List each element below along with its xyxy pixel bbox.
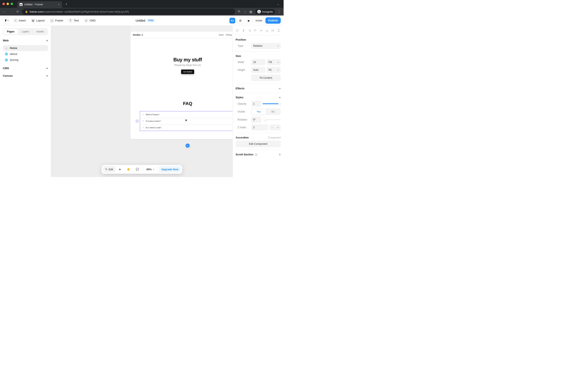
nav-reload-icon[interactable]: ⟳ [16, 10, 20, 14]
width-value-input[interactable]: 1fr [251, 59, 265, 65]
document-title[interactable]: Untitled FREE [136, 19, 155, 22]
panel-icon[interactable]: ▣ [249, 10, 252, 14]
zindex-increment[interactable]: + [275, 125, 281, 131]
frame-button[interactable]: ▢Frame [48, 17, 65, 24]
align-right-icon[interactable] [247, 29, 251, 33]
web-section-header[interactable]: Web + [3, 38, 48, 43]
align-center-v-icon[interactable] [259, 29, 263, 33]
rotation-slider[interactable] [264, 119, 281, 120]
site-logo[interactable]: Moodjoy :-) [133, 34, 143, 36]
tab-layers[interactable]: Layers [18, 29, 33, 34]
zindex-input[interactable]: 2 [251, 124, 268, 131]
comment-tool[interactable]: 💬 [133, 166, 141, 173]
effects-section-title[interactable]: Effects + [236, 87, 281, 90]
rotation-input[interactable]: 0° [251, 117, 261, 123]
visible-yes[interactable]: Yes [251, 109, 266, 115]
url-input[interactable]: 🔒 framer.com/projects/Untitled--mZ98oDWa… [22, 8, 235, 15]
tab-list-chevron[interactable]: ⌄ [277, 2, 279, 6]
zindex-decrement[interactable]: − [269, 125, 275, 131]
add-section-fab[interactable]: + [186, 143, 190, 148]
align-top-icon[interactable] [253, 29, 257, 33]
artboard-desktop[interactable]: Moodjoy :-) About Pricing Signup Buy my … [130, 31, 233, 139]
opacity-slider[interactable] [263, 103, 281, 104]
nav-about[interactable]: About [219, 34, 224, 36]
edit-mode-button[interactable]: ✎Edit [103, 166, 116, 173]
distribute-h-icon[interactable] [271, 29, 275, 33]
height-mode-select[interactable]: Fit▾ [267, 67, 281, 73]
nav-forward-icon[interactable]: → [9, 10, 13, 13]
scroll-section-title[interactable]: Scroll Sectioni + [236, 153, 281, 156]
app-topbar: ▾ ＋Insert ▦Layout ▢Frame TText ≡CMS Unti… [0, 16, 284, 26]
tab-assets[interactable]: Assets [33, 29, 47, 34]
add-style-icon[interactable]: + [279, 96, 281, 99]
distribute-v-icon[interactable] [277, 29, 281, 33]
insert-button[interactable]: ＋Insert [12, 17, 27, 24]
visible-no[interactable]: No [266, 109, 281, 115]
browser-tab[interactable]: ◆ Untitled – Framer × [17, 1, 62, 8]
fit-content-button[interactable]: Fit Content [251, 75, 281, 81]
canvas-section-header[interactable]: Canvas + [3, 73, 48, 78]
hero-section[interactable]: Buy my stuff Please buy things from me G… [130, 39, 233, 99]
incognito-badge[interactable]: ◎ Incognito [255, 9, 275, 14]
chevron-down-icon: ▾ [153, 168, 154, 170]
nav-back-icon[interactable]: ← [2, 10, 7, 13]
opacity-input[interactable]: 1 [251, 101, 261, 107]
hand-icon: ✋ [127, 168, 130, 171]
breakpoint-bar[interactable] [130, 26, 233, 31]
toolbar-separator [143, 167, 143, 172]
accordion-row[interactable]: +Do I need to code? [140, 124, 233, 131]
add-canvas-icon[interactable]: + [46, 74, 48, 77]
add-effect-icon[interactable]: + [279, 87, 281, 90]
layout-button[interactable]: ▦Layout [29, 17, 46, 24]
hero-heading[interactable]: Buy my stuff [130, 57, 233, 63]
publish-button[interactable]: Publish [265, 17, 281, 24]
cms-section-header[interactable]: CMS + [3, 65, 48, 70]
edit-component-button[interactable]: Edit Component [236, 141, 281, 147]
window-maximize[interactable] [11, 3, 13, 5]
text-button[interactable]: TText [67, 17, 80, 24]
tab-pages[interactable]: Pages [3, 29, 18, 34]
accordion-row[interactable]: +What is Framer? [140, 111, 233, 118]
canvas-area[interactable]: Moodjoy :-) About Pricing Signup Buy my … [51, 26, 233, 177]
add-scroll-icon[interactable]: + [279, 153, 281, 156]
align-left-icon[interactable] [236, 29, 240, 33]
nav-pricing[interactable]: Pricing [226, 34, 232, 36]
position-type-select[interactable]: Relative▾ [251, 43, 281, 49]
cms-button[interactable]: ≡CMS [82, 17, 97, 24]
align-center-h-icon[interactable] [242, 29, 246, 33]
settings-button[interactable]: ⚙ [237, 17, 244, 24]
star-icon[interactable]: ☆ [243, 10, 246, 14]
align-bottom-icon[interactable] [265, 29, 269, 33]
user-avatar[interactable]: SJ [229, 18, 235, 24]
faq-heading[interactable]: FAQ [130, 101, 233, 106]
preview-button[interactable]: ▶ [246, 17, 252, 24]
tab-close-icon[interactable]: × [58, 3, 60, 6]
hand-tool[interactable]: ✋ [124, 166, 132, 173]
width-mode-select[interactable]: Fill▾ [267, 59, 281, 65]
framer-menu-button[interactable]: ▾ [3, 17, 10, 24]
select-tool[interactable]: ➤ [116, 166, 123, 173]
hero-cta-button[interactable]: Get Started [181, 69, 194, 74]
page-item-home[interactable]: ⌂ Home [3, 45, 48, 51]
page-item-about[interactable]: 🌐 /about [3, 51, 48, 57]
page-label: /pricing [10, 58, 18, 61]
info-icon[interactable]: i [255, 153, 258, 156]
invite-button[interactable]: Invite [254, 18, 263, 23]
upgrade-button[interactable]: Upgrade Now [159, 166, 181, 173]
eye-off-icon[interactable]: 👁 [237, 10, 241, 13]
accordion-row[interactable]: +Is it easy to learn? [140, 118, 233, 124]
add-page-icon[interactable]: + [46, 39, 48, 42]
page-item-pricing[interactable]: 🌐 /pricing [3, 57, 48, 63]
kebab-menu-icon[interactable]: ⋮ [278, 10, 281, 14]
window-minimize[interactable] [7, 3, 9, 5]
hero-subtitle[interactable]: Please buy things from me [130, 64, 233, 66]
add-cms-icon[interactable]: + [46, 67, 48, 70]
faq-section[interactable]: FAQ +What is Framer? +Is it easy to lear… [130, 99, 233, 139]
height-value-input[interactable]: Auto [251, 67, 265, 73]
accordion-component-selected[interactable]: +What is Framer? +Is it easy to learn? +… [140, 111, 233, 131]
styles-section-title[interactable]: Styles + [236, 96, 281, 99]
zoom-control[interactable]: 48%▾ [144, 168, 156, 171]
window-close[interactable] [2, 3, 5, 5]
framer-favicon: ◆ [20, 3, 22, 6]
new-tab-button[interactable]: + [64, 1, 69, 7]
